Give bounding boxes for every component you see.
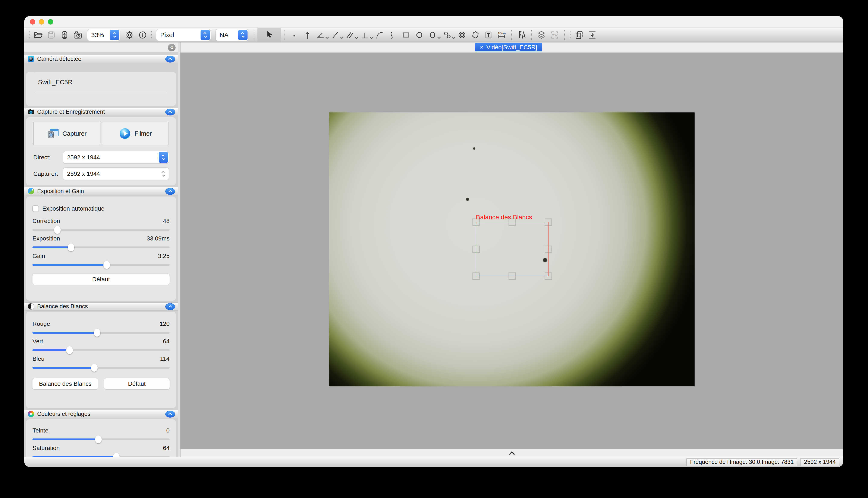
title-bar[interactable] xyxy=(24,16,843,28)
bottom-reveal-strip[interactable] xyxy=(180,449,843,457)
tab-strip: × Vidéo[Swift_EC5R] xyxy=(180,42,843,52)
select-tool-button[interactable] xyxy=(257,28,281,42)
slider-thumb[interactable] xyxy=(94,329,100,337)
linked-circles-tool-button[interactable] xyxy=(441,28,454,42)
na-select[interactable]: NA xyxy=(216,29,248,41)
roi-handle[interactable] xyxy=(545,246,552,253)
blue-slider[interactable] xyxy=(33,363,169,373)
slider-thumb[interactable] xyxy=(113,453,119,457)
measure-tools-button[interactable] xyxy=(515,28,528,42)
unit-stepper[interactable] xyxy=(201,30,210,40)
green-slider[interactable] xyxy=(33,345,169,355)
perpendicular-tool-button[interactable] xyxy=(358,28,371,42)
csv-export-button: CSV xyxy=(548,28,561,42)
slider-thumb[interactable] xyxy=(91,364,98,372)
angle-tool-button[interactable] xyxy=(314,28,327,42)
circle-tool-button[interactable] xyxy=(413,28,426,42)
auto-exposure-checkbox[interactable] xyxy=(33,206,39,212)
polygon-tool-button[interactable] xyxy=(469,28,482,42)
toolbar-grip[interactable] xyxy=(151,31,152,38)
roi-handle[interactable] xyxy=(509,219,516,226)
sidebar: « Caméra détectée Swift_EC5R Capture xyxy=(24,42,178,457)
white-balance-button[interactable]: Balance des Blancs xyxy=(33,378,98,389)
close-window-button[interactable] xyxy=(30,19,35,25)
live-resolution-stepper[interactable] xyxy=(159,152,168,163)
slider-thumb[interactable] xyxy=(54,226,61,234)
tab-video[interactable]: × Vidéo[Swift_EC5R] xyxy=(475,43,542,51)
text-tool-button[interactable] xyxy=(482,28,495,42)
exposure-slider[interactable] xyxy=(33,242,169,252)
toolbar-grip[interactable] xyxy=(570,31,571,38)
camera-list-item[interactable]: Swift_EC5R xyxy=(26,72,176,92)
concentric-circles-icon xyxy=(457,30,467,40)
rectangle-tool-button[interactable] xyxy=(399,28,413,42)
slider-thumb[interactable] xyxy=(95,435,102,443)
slider-thumb[interactable] xyxy=(103,261,110,269)
info-button[interactable] xyxy=(136,28,149,42)
live-video-frame[interactable]: Balance des Blancs xyxy=(329,113,694,386)
roi-handle[interactable] xyxy=(472,219,480,226)
collapse-sidebar-button[interactable]: « xyxy=(168,44,176,51)
zoom-window-button[interactable] xyxy=(48,19,53,25)
roi-handle[interactable] xyxy=(509,273,516,280)
zoom-stepper[interactable] xyxy=(110,30,119,40)
duplicate-button[interactable] xyxy=(572,28,586,42)
collapse-panel-button[interactable] xyxy=(165,411,175,418)
capture-resolution-stepper[interactable] xyxy=(159,168,168,179)
roi-handle[interactable] xyxy=(545,273,552,280)
curve-tool-button[interactable] xyxy=(386,28,399,42)
exposure-default-button[interactable]: Défaut xyxy=(33,274,169,285)
white-balance-roi[interactable] xyxy=(476,222,548,276)
color-wheel-icon xyxy=(28,411,34,417)
roi-handle[interactable] xyxy=(472,273,480,280)
camera-timer-button[interactable] xyxy=(71,28,84,42)
point-tool-button[interactable] xyxy=(288,28,301,42)
export-button[interactable] xyxy=(586,28,599,42)
gain-slider[interactable] xyxy=(33,260,169,270)
unit-select[interactable]: Pixel xyxy=(156,29,210,41)
sidebar-splitter[interactable] xyxy=(178,42,180,457)
red-slider[interactable] xyxy=(33,328,169,338)
panel-header-capture[interactable]: Capture et Enregistrement xyxy=(24,108,178,116)
panel-header-camera[interactable]: Caméra détectée xyxy=(24,55,178,63)
capture-button[interactable]: Capturer xyxy=(33,122,100,145)
hue-slider[interactable] xyxy=(33,434,169,444)
camera-flash-button[interactable] xyxy=(58,28,71,42)
video-canvas[interactable]: Balance des Blancs xyxy=(180,52,843,449)
minimize-window-button[interactable] xyxy=(39,19,44,25)
collapse-panel-button[interactable] xyxy=(165,188,175,195)
scale-bar-button[interactable]: 10um xyxy=(495,28,508,42)
slider-thumb[interactable] xyxy=(66,346,73,354)
parallel-tool-button[interactable] xyxy=(343,28,357,42)
toolbar-grip[interactable] xyxy=(29,31,30,38)
record-button[interactable]: Filmer xyxy=(102,122,169,145)
chevron-up-icon[interactable] xyxy=(509,451,515,457)
line-tool-button[interactable] xyxy=(329,28,342,42)
settings-button[interactable] xyxy=(123,28,136,42)
correction-slider[interactable] xyxy=(33,225,169,235)
roi-handle[interactable] xyxy=(545,219,552,226)
saturation-slider[interactable] xyxy=(33,452,169,457)
arrow-tool-button[interactable] xyxy=(301,28,314,42)
slider-thumb[interactable] xyxy=(68,244,74,251)
slider-value: 0 xyxy=(166,427,169,434)
close-tab-icon[interactable]: × xyxy=(480,44,483,51)
roi-handle[interactable] xyxy=(472,246,480,253)
open-button[interactable] xyxy=(31,28,44,42)
live-resolution-value: 2592 x 1944 xyxy=(67,154,100,161)
concentric-tool-button[interactable] xyxy=(455,28,469,42)
ellipse-tool-button[interactable] xyxy=(426,28,439,42)
collapse-panel-button[interactable] xyxy=(165,56,175,63)
zoom-level-select[interactable]: 33% xyxy=(87,29,120,41)
live-resolution-select[interactable]: 2592 x 1944 xyxy=(63,151,169,163)
panel-header-colors[interactable]: Couleurs et réglages xyxy=(24,410,178,418)
panel-header-white-balance[interactable]: Balance des Blancs xyxy=(24,302,178,311)
panel-header-exposure[interactable]: Exposition et Gain xyxy=(24,187,178,195)
capture-resolution-select[interactable]: 2592 x 1944 xyxy=(63,168,169,180)
na-stepper[interactable] xyxy=(238,30,247,40)
layers-button[interactable] xyxy=(535,28,548,42)
collapse-panel-button[interactable] xyxy=(165,303,175,310)
arc-tool-button[interactable] xyxy=(373,28,386,42)
collapse-panel-button[interactable] xyxy=(165,109,175,115)
white-balance-default-button[interactable]: Défaut xyxy=(104,378,169,389)
